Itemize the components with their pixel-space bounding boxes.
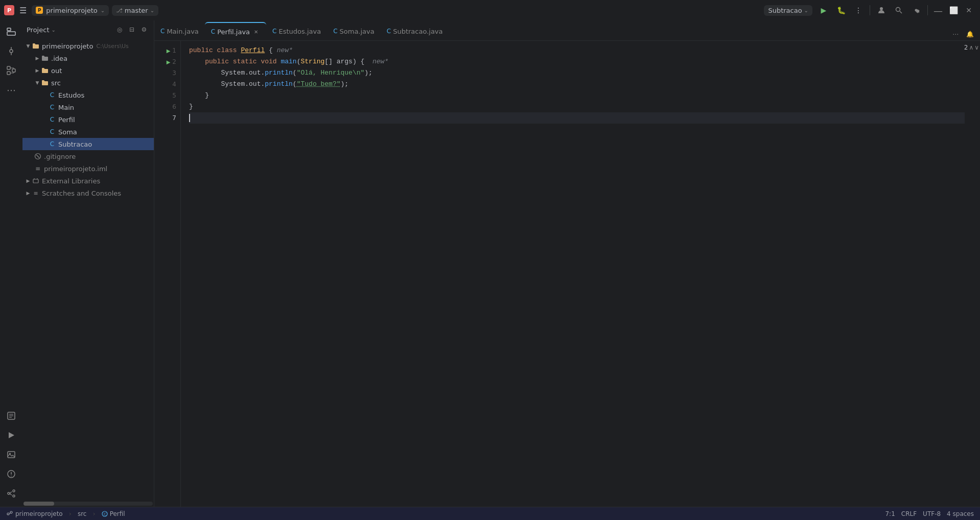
tree-iml[interactable]: ≡ primeiroprojeto.iml — [22, 162, 154, 175]
statusbar-file[interactable]: C Perfil — [100, 509, 127, 518]
punc-3b: . — [261, 67, 265, 79]
tab-bar: C Main.java C Perfil.java ✕ C Estudos.ja… — [154, 20, 980, 41]
debug-button[interactable]: 🐛 — [833, 3, 849, 17]
code-line-7 — [189, 112, 965, 124]
perfil-tab-close[interactable]: ✕ — [252, 28, 260, 36]
filetree-title-button[interactable]: Project ⌄ — [27, 26, 56, 34]
statusbar-position[interactable]: 7:1 — [883, 509, 897, 518]
sidebar-problems-icon[interactable] — [2, 465, 20, 483]
filetree-options-btn[interactable]: ⚙ — [138, 24, 150, 35]
indent-2 — [189, 56, 205, 67]
new-badge-1: new* — [277, 45, 293, 56]
filetree-title: Project — [27, 26, 49, 34]
svg-line-2 — [900, 11, 902, 13]
filetree-locate-btn[interactable]: ◎ — [114, 24, 125, 35]
idea-label: .idea — [51, 55, 67, 62]
str-4: "Tudo bem?" — [297, 79, 341, 90]
line-6-gutter: 6 — [154, 101, 180, 112]
window-minimize[interactable]: — — [931, 3, 945, 17]
extlib-label: External Libraries — [42, 177, 100, 185]
run-button[interactable]: ▶ — [815, 3, 832, 17]
sidebar-project-icon[interactable] — [2, 22, 20, 41]
titlebar-actions: Subtracao ⌄ ▶ 🐛 ⋮ — ⬜ ✕ — [764, 3, 976, 17]
tab-perfil-java[interactable]: C Perfil.java ✕ — [205, 22, 266, 40]
tree-src[interactable]: ▼ src — [22, 77, 154, 89]
window-close[interactable]: ✕ — [962, 3, 976, 17]
gutter-up[interactable]: ∧ — [969, 44, 973, 51]
tree-scratches[interactable]: ▶ ≡ Scratches and Consoles — [22, 187, 154, 199]
settings-button[interactable] — [908, 3, 924, 17]
root-folder-icon — [32, 42, 40, 50]
branch-name: master — [125, 7, 148, 14]
gutter-count[interactable]: 2 — [964, 44, 968, 51]
filetree-scrollbar[interactable] — [24, 502, 153, 506]
statusbar-file-label: Perfil — [110, 510, 125, 517]
tab-soma-java[interactable]: C Soma.java — [327, 22, 381, 40]
tree-perfil[interactable]: C Perfil — [22, 113, 154, 126]
gutter-down[interactable]: ∨ — [974, 44, 979, 51]
code-line-1: public class Perfil { new* — [189, 45, 965, 56]
sidebar-image-icon[interactable] — [2, 445, 20, 464]
tree-subtracao[interactable]: C Subtracao — [22, 138, 154, 150]
code-line-2: public static void main(String[] args) {… — [189, 56, 965, 67]
tree-out[interactable]: ▶ out — [22, 64, 154, 77]
subtracao-icon: C — [48, 140, 56, 148]
search-button[interactable] — [891, 3, 907, 17]
subtracao-tab-label: Subtracao.java — [393, 28, 442, 35]
tree-idea[interactable]: ▶ .idea — [22, 52, 154, 64]
tree-root[interactable]: ▼ primeiroprojeto C:\Users\Us — [22, 40, 154, 52]
tab-bar-notifications[interactable]: 🔔 — [964, 28, 976, 40]
code-content[interactable]: public class Perfil { new* public static… — [181, 41, 973, 507]
tab-estudos-java[interactable]: C Estudos.java — [266, 22, 327, 40]
punc-1: { — [265, 45, 276, 56]
filetree-scrollbar-thumb[interactable] — [24, 502, 54, 506]
statusbar-indent[interactable]: 4 spaces — [945, 509, 976, 518]
tab-subtracao-java[interactable]: C Subtracao.java — [381, 22, 449, 40]
run-gutter-2[interactable]: ▶ — [167, 59, 171, 65]
filetree-collapse-btn[interactable]: ⊟ — [126, 24, 137, 35]
right-gutter: 2 ∧ ∨ — [973, 41, 980, 507]
soma-tab-label: Soma.java — [340, 28, 375, 35]
sidebar-git-icon[interactable] — [2, 484, 20, 503]
window-maximize[interactable]: ⬜ — [946, 3, 961, 17]
idea-arrow: ▶ — [34, 55, 41, 62]
estudos-icon: C — [48, 91, 56, 99]
branch-pill[interactable]: ⎇ master ⌄ — [112, 5, 158, 16]
sidebar-structure-icon[interactable] — [2, 61, 20, 80]
tab-main-java[interactable]: C Main.java — [154, 22, 205, 40]
code-editor[interactable]: ▶ 1 ▶ 2 3 4 5 6 — [154, 41, 980, 507]
line-1-gutter: ▶ 1 — [154, 45, 180, 56]
statusbar-encoding[interactable]: UTF-8 — [921, 509, 943, 518]
filetree-actions: ◎ ⊟ ⚙ — [114, 24, 150, 35]
statusbar-src[interactable]: src — [76, 509, 89, 518]
more-button[interactable]: ⋮ — [850, 3, 867, 17]
run-gutter-1[interactable]: ▶ — [167, 48, 171, 54]
line-gutter: ▶ 1 ▶ 2 3 4 5 6 — [154, 41, 181, 507]
tree-estudos[interactable]: C Estudos — [22, 89, 154, 101]
tree-main[interactable]: C Main — [22, 101, 154, 113]
tree-gitignore[interactable]: .gitignore — [22, 150, 154, 162]
kw-class-1: class — [217, 45, 241, 56]
run-config[interactable]: Subtracao ⌄ — [764, 5, 812, 16]
punc-2a: ( — [297, 56, 301, 67]
kw-void-2: void — [261, 56, 281, 67]
statusbar-vcs[interactable]: primeiroprojeto — [4, 509, 65, 518]
tree-soma[interactable]: C Soma — [22, 126, 154, 138]
svg-point-5 — [10, 50, 13, 53]
sidebar-run-console-icon[interactable] — [2, 426, 20, 444]
sidebar-more-icon[interactable]: ⋯ — [2, 81, 20, 99]
svg-point-24 — [11, 476, 12, 477]
out-arrow: ▶ — [34, 67, 41, 74]
project-pill[interactable]: P primeiroprojeto ⌄ — [32, 5, 109, 16]
str-3: "Olá, Henrique\n" — [297, 67, 365, 79]
hamburger-button[interactable]: ☰ — [17, 4, 29, 17]
line-num-1: 1 — [172, 47, 176, 54]
tree-external-libraries[interactable]: ▶ External Libraries — [22, 175, 154, 187]
punc-4a: System. — [189, 79, 249, 90]
sidebar-todo-icon[interactable] — [2, 407, 20, 425]
filetree-header: Project ⌄ ◎ ⊟ ⚙ — [22, 20, 154, 39]
tab-bar-more[interactable]: ⋯ — [949, 28, 962, 40]
profile-button[interactable] — [873, 3, 890, 17]
sidebar-commit-icon[interactable] — [2, 42, 20, 60]
statusbar-line-ending[interactable]: CRLF — [899, 509, 919, 518]
